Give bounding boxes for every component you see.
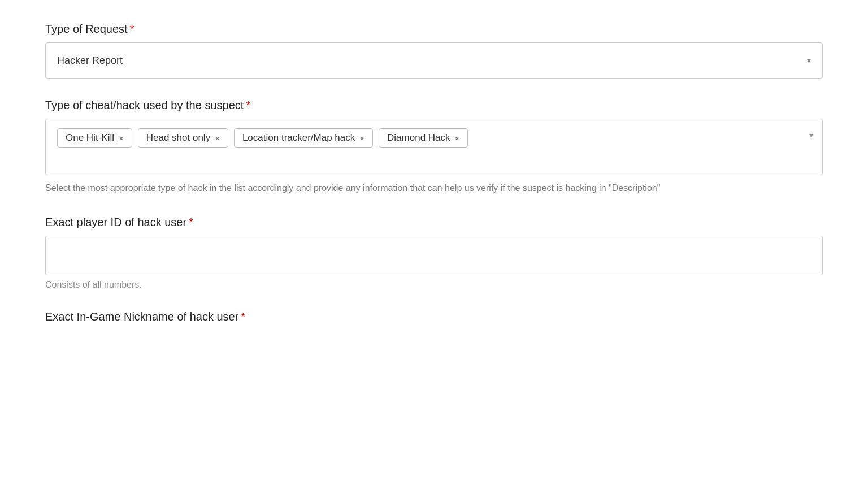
remove-tag-icon[interactable]: × [455,134,460,142]
type-of-request-dropdown[interactable]: Hacker Report ▾ [45,42,823,79]
required-indicator: * [130,23,134,36]
type-of-hack-label: Type of cheat/hack used by the suspect * [45,99,823,112]
tag-diamond-hack[interactable]: Diamond Hack × [379,128,468,148]
player-id-section: Exact player ID of hack user * Consists … [45,216,823,290]
nickname-label: Exact In-Game Nickname of hack user * [45,310,823,323]
chevron-down-icon: ▾ [809,131,813,140]
tag-one-hit-kill[interactable]: One Hit-Kill × [57,128,132,148]
required-indicator: * [241,310,245,323]
required-indicator: * [189,216,193,229]
tag-label: Diamond Hack [387,132,450,144]
label-text: Exact In-Game Nickname of hack user [45,310,238,323]
nickname-section: Exact In-Game Nickname of hack user * [45,310,823,323]
type-of-request-section: Type of Request * Hacker Report ▾ [45,23,823,79]
player-id-label: Exact player ID of hack user * [45,216,823,229]
remove-tag-icon[interactable]: × [119,134,124,142]
remove-tag-icon[interactable]: × [359,134,364,142]
player-id-hint: Consists of all numbers. [45,280,823,290]
type-of-hack-multiselect[interactable]: One Hit-Kill × Head shot only × Location… [45,119,823,175]
tag-label: Location tracker/Map hack [242,132,355,144]
remove-tag-icon[interactable]: × [215,134,220,142]
type-of-request-label: Type of Request * [45,23,823,36]
chevron-down-icon: ▾ [807,56,811,65]
tag-label: One Hit-Kill [66,132,114,144]
type-of-hack-section: Type of cheat/hack used by the suspect *… [45,99,823,196]
player-id-input[interactable] [45,236,823,275]
label-text: Type of Request [45,23,128,36]
tag-location-tracker[interactable]: Location tracker/Map hack × [234,128,373,148]
hack-helper-text: Select the most appropriate type of hack… [45,181,823,196]
required-indicator: * [246,99,250,112]
label-text: Exact player ID of hack user [45,216,186,229]
tag-label: Head shot only [146,132,210,144]
tag-head-shot-only[interactable]: Head shot only × [138,128,228,148]
selected-option-text: Hacker Report [57,55,123,67]
label-text: Type of cheat/hack used by the suspect [45,99,244,112]
